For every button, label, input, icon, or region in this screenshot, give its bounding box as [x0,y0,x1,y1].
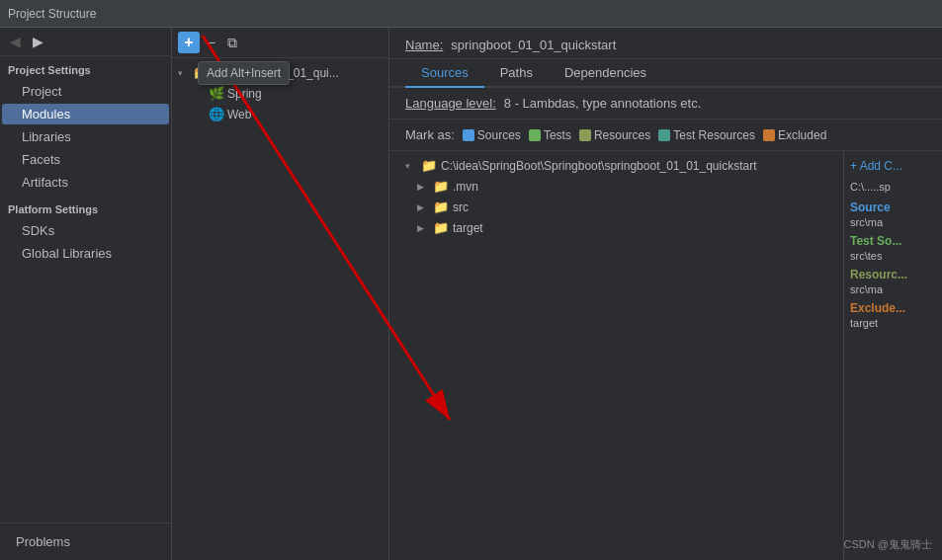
tab-dependencies[interactable]: Dependencies [549,59,662,88]
spring-icon: 🌿 [209,86,224,101]
title-text: Project Structure [8,7,96,21]
problems-section: Problems [0,522,171,560]
resource-path: src\ma [850,283,936,295]
add-content-root-button[interactable]: + Add C... [850,159,936,173]
excluded-label: Exclude... [850,301,936,315]
sources-target-expand-icon: ▶ [417,223,429,233]
tree-content: ▾ 📁 springboot_01_01_qui... 🌿 Spring 🌐 W… [172,58,388,560]
tree-toolbar: + − ⧉ [172,28,388,58]
mark-tag-excluded[interactable]: Excluded [763,128,826,142]
tree-node-spring[interactable]: 🌿 Spring [172,83,388,104]
sources-tree: ▾ 📁 C:\idea\SpringBoot\Springboot\spring… [389,151,843,560]
tabs-row: Sources Paths Dependencies [389,59,942,88]
watermark: CSDN @鬼鬼骑士 [844,537,932,552]
source-info-panel: + Add C... C:\.....sp Source src\ma Test… [843,151,942,560]
title-bar: Project Structure [0,0,942,28]
right-panel: Name: springboot_01_01_quickstart Source… [389,28,942,560]
tree-spring-label: Spring [227,87,262,101]
add-tooltip: Add Alt+Insert [198,61,290,85]
mark-tag-resources[interactable]: Resources [579,128,650,142]
sidebar-item-modules[interactable]: Modules [2,104,169,124]
resource-label: Resourc... [850,268,936,281]
sources-mvn-folder-icon: 📁 [433,179,449,194]
tree-node-web[interactable]: 🌐 Web [172,104,388,124]
mark-as-label: Mark as: [405,127,455,142]
sidebar-item-project[interactable]: Project [2,81,169,102]
excluded-dot-icon [763,129,775,141]
sources-target-label: target [453,221,483,235]
name-value: springboot_01_01_quickstart [451,38,616,52]
tests-dot-icon [529,129,541,141]
sources-root-node[interactable]: ▾ 📁 C:\idea\SpringBoot\Springboot\spring… [389,155,843,176]
sources-src-folder-icon: 📁 [433,200,449,214]
tab-paths[interactable]: Paths [484,59,549,88]
sidebar-item-sdks[interactable]: SDKs [2,220,169,241]
name-row: Name: springboot_01_01_quickstart [389,28,942,59]
add-button[interactable]: + [178,32,200,53]
language-level-label: Language level: [405,96,496,111]
name-label: Name: [405,38,443,52]
nav-back-forward: ◀ ▶ [0,28,171,56]
source-type-path: src\ma [850,216,936,228]
problems-item[interactable]: Problems [8,529,163,554]
sidebar-item-libraries[interactable]: Libraries [2,126,169,147]
sources-dot-icon [463,129,474,141]
test-source-path: src\tes [850,250,936,262]
mark-as-row: Mark as: Sources Tests Resources Test Re… [389,120,942,151]
copy-button[interactable]: ⧉ [223,33,241,53]
expand-icon: ▾ [178,68,190,78]
mark-tag-test-resources[interactable]: Test Resources [658,128,755,142]
forward-button[interactable]: ▶ [29,32,47,51]
tree-web-label: Web [227,108,251,121]
web-icon: 🌐 [209,107,224,121]
source-info-path: C:\.....sp [850,181,936,193]
excluded-path: target [850,317,936,329]
sidebar: ◀ ▶ Project Settings Project Modules Lib… [0,28,172,560]
sources-src-label: src [453,200,469,214]
language-level-value: 8 - Lambdas, type annotations etc. [504,96,701,111]
sources-root-expand-icon: ▾ [405,161,417,171]
remove-button[interactable]: − [204,33,219,52]
sources-root-path: C:\idea\SpringBoot\Springboot\springboot… [441,159,757,173]
sidebar-item-global-libraries[interactable]: Global Libraries [2,243,169,264]
language-level-row: Language level: 8 - Lambdas, type annota… [389,88,942,120]
sources-root-folder-icon: 📁 [421,158,437,173]
test-source-label: Test So... [850,234,936,248]
sources-mvn-label: .mvn [453,180,478,194]
platform-settings-header: Platform Settings [0,194,171,219]
test-resources-dot-icon [658,129,670,141]
sources-mvn-node[interactable]: ▶ 📁 .mvn [389,176,843,197]
source-type-label: Source [850,200,936,214]
mark-tag-tests[interactable]: Tests [529,128,571,142]
sources-mvn-expand-icon: ▶ [417,182,429,192]
mark-tag-sources[interactable]: Sources [463,128,521,142]
sources-target-folder-icon: 📁 [433,220,449,235]
sources-src-expand-icon: ▶ [417,202,429,212]
project-settings-header: Project Settings [0,56,171,80]
sidebar-item-facets[interactable]: Facets [2,149,169,170]
sources-target-node[interactable]: ▶ 📁 target [389,217,843,238]
resources-dot-icon [579,129,591,141]
back-button[interactable]: ◀ [6,32,25,51]
tab-sources[interactable]: Sources [405,59,484,88]
sidebar-item-artifacts[interactable]: Artifacts [2,172,169,193]
sources-src-node[interactable]: ▶ 📁 src [389,197,843,217]
tree-panel: + − ⧉ Add Alt+Insert ▾ 📁 springboot_01_0… [172,28,389,560]
